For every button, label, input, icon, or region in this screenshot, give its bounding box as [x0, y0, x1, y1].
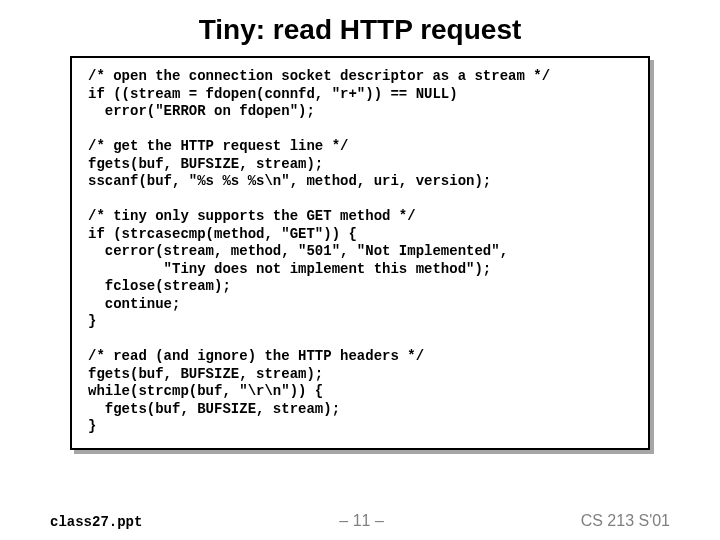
- footer-page-number: – 11 –: [339, 512, 383, 530]
- code-box: /* open the connection socket descriptor…: [70, 56, 650, 450]
- page-title: Tiny: read HTTP request: [0, 14, 720, 46]
- code-listing: /* open the connection socket descriptor…: [88, 68, 632, 436]
- footer-course: CS 213 S'01: [581, 512, 670, 530]
- footer-filename: class27.ppt: [50, 514, 142, 530]
- footer: class27.ppt – 11 – CS 213 S'01: [0, 512, 720, 530]
